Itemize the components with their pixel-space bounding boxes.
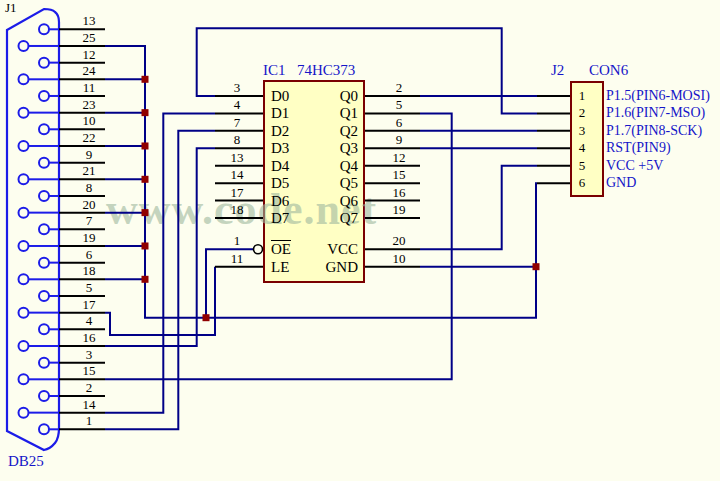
net-pin16-d3: [105, 148, 215, 346]
ic-pin-number: 17: [222, 186, 252, 200]
db25-pin-number: 23: [74, 98, 104, 112]
ic-pin-name: Q3: [316, 140, 358, 156]
db25-pin-circle: [19, 208, 29, 218]
db25-pin-number: 15: [74, 364, 104, 378]
ic-pin-number: 20: [384, 234, 414, 248]
db25-pin-number: 24: [74, 64, 104, 78]
db25-pin-circle: [19, 74, 29, 84]
ic-pin-name: VCC: [316, 241, 358, 257]
ic-pin-number: 4: [222, 98, 252, 112]
db25-pin-circle: [19, 308, 29, 318]
ic-pin-name: GND: [316, 259, 358, 275]
j2-pin-label: P1.5(PIN6-MOSI): [606, 88, 710, 103]
db25-pin-circle: [39, 124, 49, 134]
ic-pin-number: 5: [384, 98, 414, 112]
net-pin14-d1: [105, 113, 215, 412]
j2-type-label: CON6: [589, 62, 628, 78]
ic-pin-name: Q6: [316, 193, 358, 209]
junction-dot: [142, 209, 149, 216]
ic-pin-number: 14: [222, 168, 252, 182]
ic-pin-number: 15: [384, 168, 414, 182]
db25-pin-number: 1: [74, 414, 104, 428]
j2-pin-number: 6: [571, 176, 593, 190]
ic-pin-number: 8: [222, 133, 252, 147]
db25-pin-number: 19: [74, 231, 104, 245]
junction-dot: [203, 314, 210, 321]
ic-part-number: 74HC373: [297, 62, 355, 78]
ic-pin-number: 6: [384, 116, 414, 130]
ic-pin-name: D5: [271, 175, 289, 191]
db25-pin-number: 5: [74, 281, 104, 295]
j2-pin-number: 4: [571, 141, 593, 155]
db25-pin-number: 17: [74, 298, 104, 312]
j2-pin-number: 2: [571, 106, 593, 120]
db25-pin-circle: [39, 291, 49, 301]
db25-pin-circle: [39, 224, 49, 234]
db25-pin-circle: [19, 174, 29, 184]
db25-pin-circle: [39, 258, 49, 268]
ic-pin-name: LE: [271, 259, 289, 275]
db25-pin-number: 6: [74, 248, 104, 262]
db25-pin-number: 7: [74, 214, 104, 228]
schematic-canvas: www.code.net J1 DB25 IC1 74HC373 J2 CON6…: [0, 0, 720, 481]
ic-pin-number: 10: [384, 252, 414, 266]
db25-pin-number: 21: [74, 164, 104, 178]
db25-pin-number: 2: [74, 381, 104, 395]
ic-pin-name: Q1: [316, 105, 358, 121]
j2-pin-number: 3: [571, 124, 593, 138]
db25-pin-number: 8: [74, 181, 104, 195]
net-vcc: [420, 166, 537, 250]
db25-pin-number: 10: [74, 114, 104, 128]
ic-pin-name: D7: [271, 210, 289, 226]
db25-pin-circle: [19, 274, 29, 284]
db25-type-label: DB25: [8, 453, 44, 469]
ic-pin-number: 2: [384, 81, 414, 95]
j2-pin-label: P1.6(PIN7-MSO): [606, 105, 705, 120]
ic-pin-name: D4: [271, 158, 289, 174]
ic-pin-number: 1: [222, 234, 252, 248]
j2-pin-number: 1: [571, 89, 593, 103]
ic-pin-name: Q4: [316, 158, 358, 174]
db25-pin-number: 22: [74, 131, 104, 145]
junction-dot: [142, 176, 149, 183]
db25-pin-circle: [39, 391, 49, 401]
db25-pin-circle: [39, 58, 49, 68]
db25-pin-circle: [19, 408, 29, 418]
ic-pin-name: D0: [271, 88, 289, 104]
db25-pin-number: 18: [74, 264, 104, 278]
ic-pin-number: 11: [222, 252, 252, 266]
ic-pin-name: D1: [271, 105, 289, 121]
db25-pin-number: 4: [74, 314, 104, 328]
ic-pin-number: 12: [384, 151, 414, 165]
junction-dot: [533, 263, 540, 270]
db25-pin-number: 3: [74, 348, 104, 362]
db25-pin-circle: [39, 358, 49, 368]
db25-pin-number: 11: [74, 81, 104, 95]
ic-pin-name: D2: [271, 123, 289, 139]
ic-designator: IC1: [263, 62, 286, 78]
db25-pin-circle: [19, 141, 29, 151]
j2-pin-label: GND: [606, 175, 636, 190]
ic-pin-number: 9: [384, 133, 414, 147]
db25-pin-circle: [39, 158, 49, 168]
ic-pin-name: Q7: [316, 210, 358, 226]
db25-pin-number: 20: [74, 198, 104, 212]
ic-pin-number: 18: [222, 203, 252, 217]
ic-pin-number: 3: [222, 81, 252, 95]
ic-pin-name: D3: [271, 140, 289, 156]
j2-pin-label: P1.7(PIN8-SCK): [606, 123, 702, 138]
j2-pin-number: 5: [571, 159, 593, 173]
db25-pin-circle: [39, 191, 49, 201]
ic-pin-number: 19: [384, 203, 414, 217]
ic-pin-number: 13: [222, 151, 252, 165]
db25-pin-circle: [39, 24, 49, 34]
ic-pin-name: Q5: [316, 175, 358, 191]
db25-pin-number: 16: [74, 331, 104, 345]
j2-pin-label: RST(PIN9): [606, 140, 671, 155]
net-pin17-le: [105, 267, 215, 335]
db25-pin-number: 12: [74, 48, 104, 62]
db25-pin-number: 9: [74, 148, 104, 162]
ic-pin-name: Q2: [316, 123, 358, 139]
db25-pin-circle: [19, 374, 29, 384]
junction-dot: [142, 276, 149, 283]
